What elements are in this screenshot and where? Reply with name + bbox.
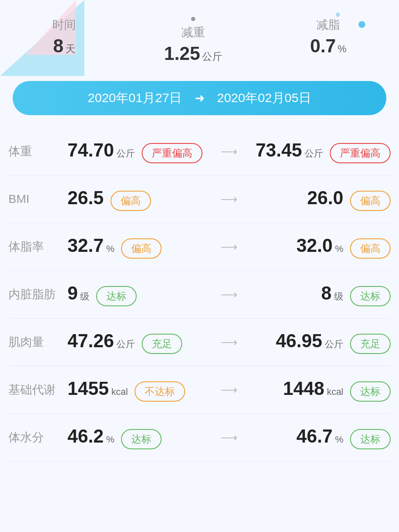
metric-from: 32.7 % 偏高	[67, 235, 212, 259]
date-arrow: ➜	[195, 91, 205, 105]
metric-from-badge: 达标	[96, 286, 137, 306]
metric-to-badge: 偏高	[350, 191, 391, 211]
metric-to-value: 73.45	[256, 140, 302, 161]
metric-from-value: 26.5	[67, 187, 104, 208]
metric-to-value: 1448	[283, 378, 324, 399]
metric-row: 体脂率 32.7 % 偏高 ⟶ 32.0 % 偏高	[8, 223, 391, 271]
metric-from-badge: 达标	[121, 429, 162, 449]
metric-from-value: 74.70	[67, 140, 114, 161]
metric-to-value: 46.7	[297, 426, 333, 447]
metric-row: 内脏脂肪 9 级 达标 ⟶ 8 级 达标	[8, 271, 391, 319]
metric-to: 46.7 % 达标	[246, 426, 391, 449]
metric-name: BMI	[8, 192, 67, 206]
metric-from-badge: 不达标	[135, 381, 185, 402]
metric-to-value: 8	[321, 283, 332, 304]
metric-to: 46.95 公斤 充足	[246, 330, 391, 354]
metric-to-value: 26.0	[307, 187, 343, 208]
metric-from-badge: 偏高	[111, 191, 151, 211]
metric-arrow: ⟶	[221, 288, 237, 302]
metric-from: 46.2 % 达标	[67, 426, 212, 449]
stat-fat-loss: 减脂 0.7%	[310, 17, 347, 64]
metric-to-value: 46.95	[276, 330, 322, 351]
metric-to-badge: 达标	[350, 286, 391, 306]
stat-dot	[191, 17, 195, 21]
fat-loss-value: 0.7%	[310, 35, 347, 57]
metric-to-badge: 充足	[350, 334, 391, 354]
metric-from: 26.5 偏高	[67, 187, 212, 211]
metric-row: BMI 26.5 偏高 ⟶ 26.0 偏高	[8, 176, 391, 223]
date-range-bar[interactable]: 2020年01月27日 ➜ 2020年02月05日	[13, 81, 386, 115]
metric-to: 26.0 偏高	[246, 187, 391, 211]
metric-arrow: ⟶	[221, 192, 237, 206]
stat-weight-loss: 减重 1.25公斤	[164, 17, 222, 64]
metrics-list: 体重 74.70 公斤 严重偏高 ⟶ 73.45 公斤 严重偏高 BMI 26.…	[0, 128, 399, 462]
metric-from-badge: 严重偏高	[142, 143, 202, 163]
metric-name: 体水分	[8, 429, 67, 446]
metric-arrow: ⟶	[221, 383, 237, 397]
metric-to: 8 级 达标	[246, 283, 391, 306]
metric-arrow: ⟶	[221, 431, 237, 445]
metric-row: 基础代谢 1455 kcal 不达标 ⟶ 1448 kcal 达标	[8, 366, 391, 414]
metric-from-value: 46.2	[67, 426, 104, 447]
date-to: 2020年02月05日	[217, 89, 311, 107]
metric-to-badge: 偏高	[350, 238, 391, 259]
metric-to-value: 32.0	[297, 235, 333, 256]
metric-name: 体重	[8, 143, 67, 159]
metric-name: 基础代谢	[8, 382, 67, 398]
metric-from: 74.70 公斤 严重偏高	[67, 140, 212, 163]
metric-from: 1455 kcal 不达标	[67, 378, 212, 402]
date-from: 2020年01月27日	[88, 89, 182, 107]
weight-loss-value: 1.25公斤	[164, 43, 222, 64]
metric-from: 47.26 公斤 充足	[67, 330, 212, 354]
metric-row: 体水分 46.2 % 达标 ⟶ 46.7 % 达标	[8, 414, 391, 462]
metric-from-badge: 充足	[142, 334, 182, 354]
time-value: 8天	[53, 35, 75, 57]
metric-to-badge: 达标	[350, 429, 391, 449]
header-stats: 时间 8天 减重 1.25公斤 减脂 0.7%	[0, 0, 399, 73]
metric-arrow: ⟶	[221, 145, 237, 159]
metric-arrow: ⟶	[221, 335, 237, 349]
metric-name: 肌肉量	[8, 334, 67, 350]
stat-time: 时间 8天	[52, 17, 76, 64]
metric-from-value: 9	[67, 283, 78, 304]
metric-from: 9 级 达标	[67, 283, 212, 306]
metric-from-badge: 偏高	[121, 238, 162, 259]
metric-to-badge: 达标	[350, 381, 391, 402]
metric-to: 32.0 % 偏高	[246, 235, 391, 259]
weight-loss-label: 减重	[181, 24, 205, 41]
metric-name: 体脂率	[8, 239, 67, 255]
metric-from-value: 32.7	[67, 235, 104, 256]
metric-arrow: ⟶	[221, 240, 237, 254]
metric-name: 内脏脂肪	[8, 286, 67, 302]
metric-from-value: 1455	[67, 378, 109, 399]
time-label: 时间	[52, 17, 76, 33]
fat-loss-label: 减脂	[316, 17, 340, 33]
metric-row: 肌肉量 47.26 公斤 充足 ⟶ 46.95 公斤 充足	[8, 319, 391, 366]
metric-to-badge: 严重偏高	[330, 143, 391, 163]
metric-to: 73.45 公斤 严重偏高	[246, 140, 391, 163]
metric-to: 1448 kcal 达标	[246, 378, 391, 402]
metric-from-value: 47.26	[67, 330, 114, 351]
metric-row: 体重 74.70 公斤 严重偏高 ⟶ 73.45 公斤 严重偏高	[8, 128, 391, 176]
